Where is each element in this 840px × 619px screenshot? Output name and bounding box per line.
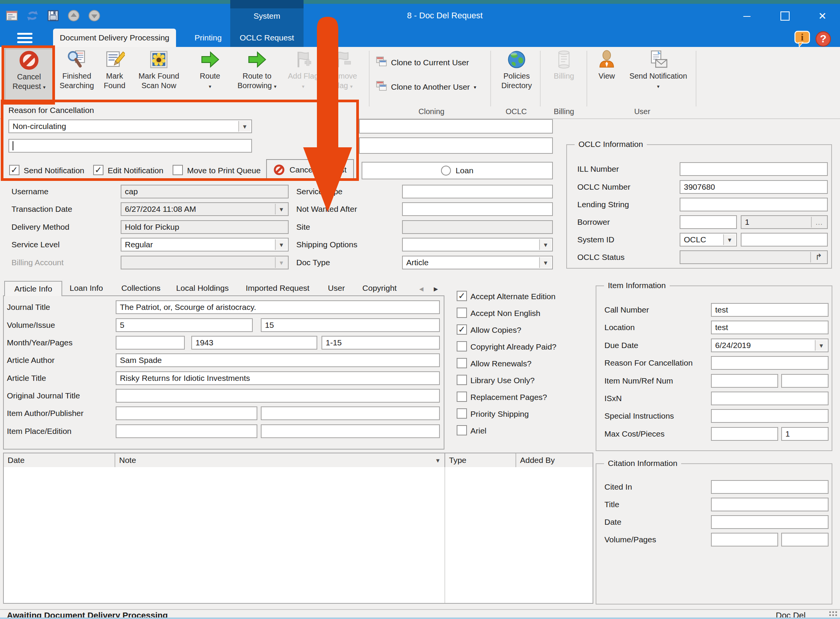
citation-pages-field[interactable] <box>781 533 829 546</box>
chevron-down-icon[interactable]: ▼ <box>275 239 287 250</box>
allow-copies-checkbox[interactable] <box>457 324 467 335</box>
citation-volume-field[interactable] <box>711 533 778 546</box>
transaction-date-field[interactable]: 6/27/2024 11:08 AM ▼ <box>121 202 289 216</box>
chevron-down-icon[interactable]: ▼ <box>539 257 551 268</box>
service-level-combobox[interactable]: Regular ▼ <box>121 238 289 251</box>
status-update-icon[interactable]: ↱ <box>810 252 826 263</box>
ariel-checkbox[interactable] <box>457 425 467 435</box>
tab-printing[interactable]: Printing <box>187 29 229 47</box>
maximize-button[interactable] <box>775 8 795 24</box>
info-bubble-icon[interactable]: i <box>794 31 810 49</box>
system-id-value-field[interactable] <box>741 233 828 247</box>
route-button[interactable]: Route ▾ <box>194 48 226 91</box>
move-to-print-queue-checkbox[interactable] <box>173 165 183 175</box>
route-to-borrowing-button[interactable]: Route to Borrowing ▾ <box>228 48 286 91</box>
lending-string-field[interactable] <box>680 198 828 211</box>
mark-found-button[interactable]: Mark Found <box>99 48 131 90</box>
item-num-field[interactable] <box>711 374 778 388</box>
tab-scroll-left-icon[interactable]: ◂ <box>419 284 423 294</box>
tab-collections[interactable]: Collections <box>119 281 163 295</box>
tab-user[interactable]: User <box>326 281 346 295</box>
item-author-field[interactable] <box>116 406 257 420</box>
form-view-icon[interactable] <box>5 9 18 24</box>
mark-found-scan-now-button[interactable]: Mark Found Scan Now <box>132 48 186 90</box>
copyright-already-paid-checkbox[interactable] <box>457 341 467 351</box>
not-wanted-after-field[interactable] <box>402 202 553 216</box>
pages-field[interactable]: 1-15 <box>321 336 440 350</box>
delivery-method-field[interactable]: Hold for Pickup <box>121 220 289 234</box>
tab-document-delivery-processing[interactable]: Document Delivery Processing <box>53 29 176 47</box>
notes-col-note[interactable]: Note ▼ <box>115 453 445 467</box>
view-user-button[interactable]: View <box>592 48 622 81</box>
doc-type-combobox[interactable]: Article ▼ <box>402 256 553 269</box>
cited-in-field[interactable] <box>711 480 829 494</box>
priority-shipping-checkbox[interactable] <box>457 408 467 419</box>
call-number-field[interactable]: test <box>711 303 829 317</box>
original-journal-title-field[interactable] <box>116 389 440 403</box>
filter-dropdown-icon[interactable]: ▼ <box>435 457 441 464</box>
article-author-field[interactable]: Sam Spade <box>116 353 440 367</box>
chevron-down-icon[interactable]: ▼ <box>539 239 551 250</box>
tab-imported-request[interactable]: Imported Request <box>244 281 312 295</box>
accept-non-english-checkbox[interactable] <box>457 308 467 318</box>
tab-local-holdings[interactable]: Local Holdings <box>176 281 228 295</box>
ref-num-field[interactable] <box>781 374 829 388</box>
volume-field[interactable]: 5 <box>116 318 253 332</box>
journal-title-field[interactable]: The Patriot, or, Scourge of aristocracy. <box>116 300 440 314</box>
send-notification-checkbox[interactable] <box>9 165 19 175</box>
chevron-down-icon[interactable]: ▼ <box>723 234 735 245</box>
notes-table-body[interactable] <box>3 467 593 604</box>
help-icon[interactable]: ? <box>815 31 832 49</box>
chevron-down-icon[interactable]: ▼ <box>275 204 287 214</box>
service-type-field[interactable] <box>402 185 553 198</box>
month-field[interactable] <box>116 336 185 350</box>
username-field[interactable]: cap <box>121 185 289 198</box>
tab-article-info[interactable]: Article Info <box>4 281 62 296</box>
max-cost-field[interactable] <box>711 427 778 441</box>
shipping-options-combobox[interactable]: ▼ <box>402 238 553 251</box>
move-down-icon[interactable] <box>88 9 101 24</box>
year-field[interactable]: 1943 <box>191 336 317 350</box>
pieces-field[interactable]: 1 <box>781 427 829 441</box>
borrower-field[interactable] <box>680 215 737 229</box>
ill-number-field[interactable] <box>680 162 828 176</box>
article-title-field[interactable]: Risky Returns for Idiotic Investments <box>116 371 440 385</box>
policies-directory-button[interactable]: Policies Directory <box>495 48 538 90</box>
chevron-down-icon[interactable]: ▼ <box>238 121 250 132</box>
chevron-down-icon[interactable]: ▼ <box>815 340 827 351</box>
resize-grip[interactable] <box>829 610 838 617</box>
library-use-only-checkbox[interactable] <box>457 375 467 385</box>
cancellation-reason-combobox[interactable]: Non-circulating ▼ <box>8 119 252 133</box>
tab-scroll-right-icon[interactable]: ▸ <box>434 284 438 294</box>
tab-loan-info[interactable]: Loan Info <box>67 281 106 295</box>
oclc-number-field[interactable]: 3907680 <box>680 180 828 194</box>
item-reason-for-cancellation-field[interactable] <box>711 356 829 370</box>
location-field[interactable]: test <box>711 321 829 334</box>
citation-title-field[interactable] <box>711 498 829 511</box>
replacement-pages-checkbox[interactable] <box>457 392 467 402</box>
accept-alternate-edition-checkbox[interactable] <box>457 291 467 301</box>
isxn-field[interactable] <box>711 392 829 405</box>
close-button[interactable]: ✕ <box>813 8 832 24</box>
notes-col-type[interactable]: Type <box>445 453 516 467</box>
move-up-icon[interactable] <box>67 9 80 24</box>
send-notification-button[interactable]: Send Notification ▾ <box>625 48 692 91</box>
system-id-combobox[interactable]: OCLC ▼ <box>680 233 737 247</box>
cancel-request-ribbon-button[interactable]: Cancel Request ▾ <box>5 48 53 105</box>
notes-col-added-by[interactable]: Added By <box>516 453 593 467</box>
due-date-combobox[interactable]: 6/24/2019 ▼ <box>711 339 829 352</box>
minimize-button[interactable]: ─ <box>737 8 757 24</box>
save-icon[interactable] <box>47 9 60 24</box>
cancellation-note-input[interactable] <box>8 139 252 153</box>
item-edition-field[interactable] <box>261 424 440 438</box>
finished-searching-button[interactable]: Finished Searching <box>57 48 97 90</box>
allow-renewals-checkbox[interactable] <box>457 358 467 368</box>
hamburger-menu[interactable] <box>17 33 32 43</box>
special-instructions-field[interactable] <box>711 409 829 423</box>
item-publisher-field[interactable] <box>261 406 440 420</box>
ellipsis-button[interactable]: … <box>811 217 826 227</box>
clone-to-another-user-button[interactable]: Clone to Another User ▾ <box>376 79 476 95</box>
refresh-icon[interactable] <box>26 9 39 24</box>
tab-copyright[interactable]: Copyright <box>361 281 398 295</box>
item-place-field[interactable] <box>116 424 257 438</box>
